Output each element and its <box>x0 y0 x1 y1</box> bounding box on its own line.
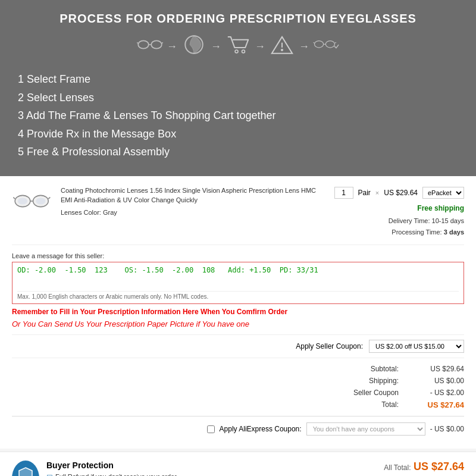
seller-coupon-row: Apply Seller Coupon: US $2.00 off US $15… <box>12 334 464 358</box>
step-item-3: 3 Add The Frame & Lenses To Shopping Car… <box>18 107 458 125</box>
bp-item-1: ☑ Full Refund if you don't receive your … <box>46 472 212 476</box>
delivery-time-label: Delivery Time: <box>389 217 430 224</box>
svg-point-20 <box>18 198 27 204</box>
seller-coupon-total-value: - US $2.00 <box>416 389 464 397</box>
product-price: US $29.64 <box>384 189 418 197</box>
seller-coupon-total-row: Seller Coupon - US $2.00 <box>12 387 464 399</box>
product-image <box>12 189 52 213</box>
svg-point-7 <box>242 50 245 53</box>
product-info: Coating Photochromic Lenses 1.56 Index S… <box>61 186 319 218</box>
svg-point-10 <box>315 41 324 48</box>
svg-line-4 <box>162 42 163 43</box>
lenses-color-info: Lenses Color: Gray <box>61 208 319 218</box>
message-textarea[interactable]: OD: -2.00 -1.50 123 OS: -1.50 -2.00 108 … <box>17 266 459 289</box>
step-item-1: 1 Select Frame <box>18 70 458 89</box>
aliexpress-coupon-select[interactable]: You don't have any coupons <box>306 422 425 436</box>
reminder-text: Remember to Fill in Your Prescription In… <box>12 308 464 316</box>
svg-point-6 <box>235 50 238 53</box>
shield-icon <box>12 461 39 476</box>
svg-line-18 <box>13 198 15 199</box>
aliexpress-coupon-row: Apply AliExpress Coupon: You don't have … <box>12 416 464 439</box>
qty-unit: Pair <box>358 189 371 197</box>
bp-check1-icon: ☑ <box>46 473 53 476</box>
total-row: Total: US $27.64 <box>12 399 464 411</box>
aliexpress-coupon-checkbox[interactable] <box>207 425 215 433</box>
svg-line-14 <box>334 42 336 43</box>
step4-icon <box>269 34 295 60</box>
totals-section: Subtotal: US $29.64 Shipping: US $0.00 S… <box>12 358 464 411</box>
free-shipping-label: Free shipping <box>389 202 464 215</box>
message-hint: Max. 1,000 English characters or Arabic … <box>17 291 459 300</box>
svg-point-9 <box>281 49 283 51</box>
buyer-protection-section: Buyer Protection ☑ Full Refund if you do… <box>12 461 365 476</box>
subtotal-row: Subtotal: US $29.64 <box>12 363 464 375</box>
subtotal-label: Subtotal: <box>357 365 399 373</box>
svg-point-21 <box>36 198 45 204</box>
processing-time-label: Processing Time: <box>392 228 441 236</box>
processing-time-value: 3 days <box>444 228 464 236</box>
total-label: Total: <box>357 400 399 409</box>
all-total-label: All Total: <box>384 464 411 472</box>
step3-icon <box>225 34 251 60</box>
arrow4-icon: → <box>299 40 309 53</box>
total-value: US $27.64 <box>416 400 464 409</box>
product-name: Coating Photochromic Lenses 1.56 Index S… <box>61 186 319 205</box>
qty-price-row: Pair × US $29.64 ePacket <box>334 187 465 199</box>
subtotal-value: US $29.64 <box>416 365 464 373</box>
prescription-alt-text: Or You Can Send Us Your Prescription Pap… <box>12 320 464 328</box>
bottom-bar: Buyer Protection ☑ Full Refund if you do… <box>0 451 476 476</box>
shipping-value: US $0.00 <box>416 377 464 385</box>
quantity-input[interactable] <box>334 187 353 199</box>
buyer-protection-text: Buyer Protection ☑ Full Refund if you do… <box>46 461 212 476</box>
product-row: Coating Photochromic Lenses 1.56 Index S… <box>12 186 464 245</box>
step-item-4: 4 Provide Rx in the Message Box <box>18 125 458 143</box>
message-label: Leave a message for this seller: <box>12 252 464 259</box>
step5-icon <box>313 34 339 60</box>
process-icons-row: → → → → <box>18 34 458 60</box>
svg-line-3 <box>137 42 138 43</box>
lenses-color-label: Lenses Color: <box>61 209 101 216</box>
aliexpress-coupon-discount: - US $0.00 <box>430 425 464 433</box>
svg-line-13 <box>314 42 315 43</box>
arrow3-icon: → <box>255 40 265 53</box>
shipping-info: Free shipping Delivery Time: 10-15 days … <box>389 202 464 239</box>
main-content: Coating Photochromic Lenses 1.56 Index S… <box>0 176 476 449</box>
svg-point-1 <box>151 40 162 48</box>
top-banner: PROCESS FOR ORDERING PRESCRIPTION EYEGLA… <box>0 0 476 176</box>
steps-list: 1 Select Frame 2 Select Lenses 3 Add The… <box>18 70 458 161</box>
arrow1-icon: → <box>167 40 177 53</box>
bp-title: Buyer Protection <box>46 461 212 470</box>
step2-icon <box>181 34 207 60</box>
delivery-time-row: Delivery Time: 10-15 days <box>389 215 464 227</box>
svg-point-11 <box>325 41 334 48</box>
all-total-amount: US $27.64 <box>414 461 464 472</box>
aliexpress-coupon-label: Apply AliExpress Coupon: <box>220 425 302 433</box>
checkout-section: All Total: US $27.64 Confirm & Pay <box>377 461 464 476</box>
all-total-row: All Total: US $27.64 <box>384 461 464 473</box>
shipping-label: Shipping: <box>357 377 399 385</box>
shipping-row: Shipping: US $0.00 <box>12 375 464 387</box>
seller-coupon-total-label: Seller Coupon <box>353 389 399 397</box>
svg-line-19 <box>48 198 50 199</box>
seller-coupon-label: Apply Seller Coupon: <box>296 342 363 350</box>
step-item-5: 5 Free & Professional Assembly <box>18 143 458 161</box>
message-box-wrapper: OD: -2.00 -1.50 123 OS: -1.50 -2.00 108 … <box>12 262 464 304</box>
processing-time-row: Processing Time: 3 days <box>389 227 464 239</box>
message-section: Leave a message for this seller: OD: -2.… <box>12 252 464 328</box>
lenses-color-value: Gray <box>103 209 117 216</box>
step1-icon <box>137 34 163 60</box>
delivery-time-value: 10-15 days <box>432 217 464 224</box>
banner-title: PROCESS FOR ORDERING PRESCRIPTION EYEGLA… <box>18 12 458 26</box>
arrow2-icon: → <box>211 40 221 53</box>
step-item-2: 2 Select Lenses <box>18 89 458 107</box>
shipping-method-select[interactable]: ePacket <box>422 187 464 199</box>
svg-point-0 <box>138 40 149 48</box>
seller-coupon-select[interactable]: US $2.00 off US $15.00 <box>369 340 464 353</box>
bp-item-1-text: Full Refund if you don't receive your or… <box>55 472 177 476</box>
